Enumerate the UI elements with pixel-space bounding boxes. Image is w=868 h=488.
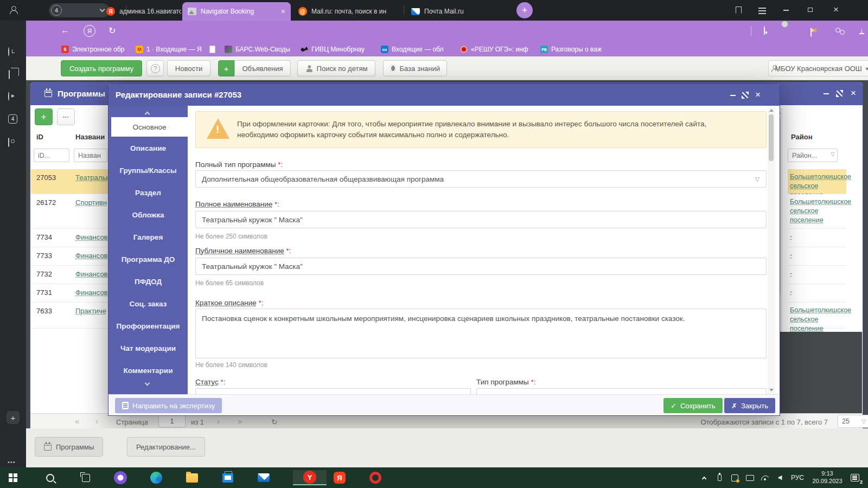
- page-size-select[interactable]: 25▽: [838, 415, 868, 428]
- video-icon[interactable]: [8, 92, 9, 100]
- tray-wifi-icon[interactable]: [757, 470, 773, 485]
- bottom-tab-editing[interactable]: Редактирование...: [127, 437, 205, 457]
- district-cell[interactable]: Большетолкишское сельское поселение: [788, 169, 846, 194]
- window-close-button[interactable]: ×: [833, 5, 839, 14]
- scroll-up-arrow[interactable]: [769, 109, 774, 112]
- district-cell[interactable]: Большетолкишское сельское поселение: [788, 194, 846, 229]
- modal-nav-item-razdel[interactable]: Раздел: [108, 189, 188, 197]
- bookmark-electronic[interactable]: 5Электронное обр: [61, 44, 132, 54]
- create-program-button[interactable]: Создать программу: [61, 60, 142, 76]
- browser-profile-avatar-icon[interactable]: [9, 6, 17, 14]
- announcements-button[interactable]: Объявления: [234, 60, 291, 76]
- page-next-icon[interactable]: ›: [217, 416, 220, 426]
- column-header-name[interactable]: Названи: [75, 133, 107, 141]
- window-restore-button[interactable]: [808, 8, 813, 12]
- taskbar-alice-icon[interactable]: [113, 470, 128, 485]
- org-account-button[interactable]: МБОУ Красноярская ООШ▾: [768, 60, 868, 76]
- back-icon[interactable]: ←: [61, 25, 69, 35]
- browser-tab-admin[interactable]: Я админка 16.навигатор.дет: [101, 2, 181, 21]
- public-name-input[interactable]: [195, 258, 767, 275]
- page-first-icon[interactable]: «: [75, 416, 79, 426]
- news-button[interactable]: Новости: [167, 60, 210, 76]
- taskbar-explorer-icon[interactable]: [184, 470, 200, 485]
- district-cell[interactable]: Большетолкишское сельское поселение: [788, 303, 846, 329]
- district-cell[interactable]: -: [788, 266, 846, 284]
- battery-saver-icon[interactable]: [810, 28, 812, 36]
- page-prev-icon[interactable]: ‹: [95, 416, 98, 426]
- full-name-input[interactable]: [195, 211, 767, 228]
- program-type-select[interactable]: [476, 388, 767, 394]
- bottom-tab-programs[interactable]: Программы: [35, 437, 103, 457]
- yandex-home-icon[interactable]: Я: [84, 25, 95, 37]
- taskbar-store-icon[interactable]: [220, 470, 235, 485]
- save-button[interactable]: ✓Сохранить: [663, 398, 723, 413]
- grid-add-button[interactable]: +: [35, 108, 53, 125]
- filter-name[interactable]: [74, 149, 107, 162]
- modal-minimize-icon[interactable]: [730, 95, 736, 96]
- taskbar-yandex-browser-icon[interactable]: Y: [293, 470, 327, 485]
- tab-close-icon[interactable]: ×: [281, 8, 285, 15]
- window-minimize-button[interactable]: [783, 10, 789, 11]
- browser-tab-navigator-booking[interactable]: Navigator Booking ×: [182, 2, 291, 21]
- modal-header[interactable]: Редактирование записи #27053 ×: [108, 84, 780, 106]
- bookmark-razgovory[interactable]: РВРазговоры о важ: [540, 44, 612, 54]
- modal-nav-item-galereya[interactable]: Галерея: [108, 233, 188, 241]
- notification-center-icon[interactable]: 2: [847, 470, 863, 485]
- start-button[interactable]: [5, 470, 21, 485]
- district-cell[interactable]: -: [788, 229, 846, 247]
- add-announcement-button[interactable]: +: [218, 60, 234, 76]
- modal-nav-item-proforientaciya[interactable]: Профориентация: [108, 322, 188, 330]
- browser-tab-mailru-mail[interactable]: Почта Mail.ru: [406, 2, 497, 21]
- tabs-badge-icon[interactable]: 4: [8, 114, 17, 124]
- modal-nav-item-soc-zakaz[interactable]: Соц. заказ: [108, 300, 188, 308]
- modal-nav-item-opisanie[interactable]: Описание: [108, 144, 188, 152]
- new-tab-button[interactable]: +: [516, 2, 533, 18]
- scroll-down-arrow[interactable]: [769, 389, 774, 391]
- column-header-district[interactable]: Район: [791, 133, 813, 141]
- close-button[interactable]: ✗Закрыть: [724, 398, 775, 413]
- modal-close-icon[interactable]: ×: [755, 90, 761, 99]
- district-cell[interactable]: -: [788, 247, 846, 266]
- taskbar-yandex-icon[interactable]: Я: [332, 470, 347, 485]
- bookmark-bars-web[interactable]: БАРС.Web-Своды: [225, 44, 294, 54]
- grid-more-button[interactable]: •••: [57, 108, 75, 125]
- modal-nav-item-chat[interactable]: Чат модерации: [108, 344, 188, 352]
- tray-display-icon[interactable]: [742, 470, 757, 485]
- window-minimize-icon[interactable]: [824, 93, 829, 94]
- sidebar-add-icon[interactable]: +: [7, 411, 20, 424]
- tray-app-icon[interactable]: [727, 470, 742, 485]
- screenshot-icon[interactable]: [8, 138, 9, 146]
- modal-nav-item-kommentarii[interactable]: Комментарии: [108, 367, 188, 375]
- task-view-button[interactable]: [78, 470, 93, 485]
- browser-menu-icon[interactable]: [758, 8, 766, 14]
- modal-nav-item-gruppy[interactable]: Группы/Классы: [108, 166, 188, 175]
- downloads-icon[interactable]: ↓: [859, 27, 864, 34]
- modal-nav-item-pfdod[interactable]: ПФДОД: [108, 278, 188, 286]
- taskbar-opera-icon[interactable]: [368, 470, 383, 485]
- bookmark-givc[interactable]: ГИВЦ Минобрнау: [301, 44, 371, 54]
- taskbar-edge-icon[interactable]: [149, 470, 164, 485]
- column-header-id[interactable]: iD: [36, 133, 43, 141]
- send-to-expertise-button[interactable]: Направить на экспертизу: [115, 398, 222, 413]
- page-last-icon[interactable]: »: [238, 416, 242, 426]
- short-desc-textarea[interactable]: Постановка сценок к конкретным школьным …: [195, 309, 767, 358]
- tray-volume-icon[interactable]: [773, 470, 788, 485]
- alice-suggest-icon[interactable]: [764, 27, 765, 35]
- page-number-input[interactable]: [158, 415, 186, 427]
- modal-nav-item-osnovnoe[interactable]: Основное: [112, 118, 187, 136]
- district-cell[interactable]: -: [788, 284, 846, 303]
- tray-language[interactable]: РУС: [788, 470, 807, 485]
- modal-scrollbar[interactable]: [768, 106, 775, 394]
- bookmark-reshu-oge[interactable]: «РЕШУ ОГЭ»: инф: [460, 44, 532, 54]
- modal-nav-item-programma-do[interactable]: Программа ДО: [108, 255, 188, 264]
- bookmark-inbox-cloud[interactable]: ozВходящие — обл: [381, 44, 450, 54]
- reload-icon[interactable]: ↻: [108, 25, 116, 36]
- child-search-button[interactable]: Поиск по детям: [297, 60, 375, 76]
- browser-tab-mailru-search[interactable]: @ Mail.ru: почта, поиск в ин: [293, 2, 401, 21]
- refresh-icon[interactable]: ↻: [271, 418, 278, 426]
- modal-maximize-icon[interactable]: [742, 92, 748, 98]
- tray-clock[interactable]: 9:1320.09.2023: [810, 470, 844, 485]
- full-type-select[interactable]: Дополнительная общеобразовательная общер…: [195, 170, 767, 188]
- window-close-icon[interactable]: ×: [851, 88, 856, 98]
- modal-scrollbar-thumb[interactable]: [769, 114, 774, 161]
